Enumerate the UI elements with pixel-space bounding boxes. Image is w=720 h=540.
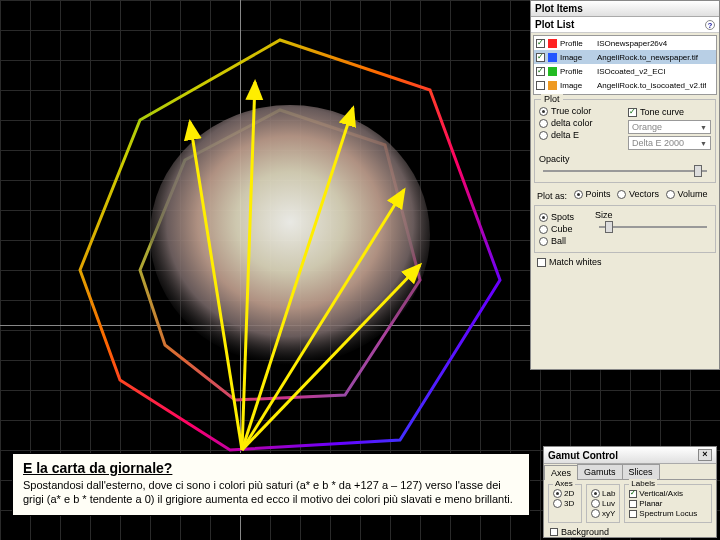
planar-checkbox[interactable]: Planar bbox=[629, 499, 707, 508]
size-slider[interactable] bbox=[599, 226, 707, 228]
label: Spectrum Locus bbox=[639, 509, 697, 518]
deltacolor-radio[interactable]: delta color bbox=[539, 118, 622, 128]
label: Points bbox=[586, 189, 611, 199]
checkbox-icon bbox=[628, 108, 637, 117]
plot-items-titlebar[interactable]: Plot Items bbox=[531, 1, 719, 17]
tab-gamuts[interactable]: Gamuts bbox=[577, 464, 623, 479]
plotas-label: Plot as: bbox=[537, 191, 567, 201]
deltae-radio[interactable]: delta E bbox=[539, 130, 622, 140]
gamut-control-panel: Gamut Control × Axes Gamuts Slices Axes … bbox=[543, 446, 717, 538]
slider-thumb-icon[interactable] bbox=[694, 165, 702, 177]
plot-items-title: Plot Items bbox=[535, 3, 583, 14]
list-item[interactable]: Image AngeliRock.to_newspaper.tif bbox=[534, 50, 716, 64]
radio-icon bbox=[591, 509, 600, 518]
plotas-row: Plot as: Points Vectors Volume bbox=[537, 187, 713, 201]
gamut-title: Gamut Control bbox=[548, 450, 618, 461]
item-type: Profile bbox=[560, 67, 594, 76]
radio-icon bbox=[553, 489, 562, 498]
ball-radio[interactable]: Ball bbox=[539, 236, 589, 246]
cube-radio[interactable]: Cube bbox=[539, 224, 589, 234]
label: Match whites bbox=[549, 257, 602, 267]
radio-icon bbox=[553, 499, 562, 508]
radio-icon bbox=[539, 107, 548, 116]
textbox-body: Spostandosi dall'esterno, dove ci sono i… bbox=[23, 479, 519, 507]
label: Volume bbox=[678, 189, 708, 199]
spectrum-checkbox[interactable]: Spectrum Locus bbox=[629, 509, 707, 518]
checkbox-icon[interactable] bbox=[536, 53, 545, 62]
help-icon[interactable]: ? bbox=[705, 20, 715, 30]
swatch-icon bbox=[548, 53, 557, 62]
label: delta color bbox=[551, 118, 593, 128]
plot-list[interactable]: Profile ISOnewspaper26v4 Image AngeliRoc… bbox=[533, 35, 717, 95]
plotas-volume-radio[interactable]: Volume bbox=[666, 189, 708, 199]
item-name: ISOcoated_v2_ECI bbox=[597, 67, 665, 76]
plot-items-panel: Plot Items Plot List ? Profile ISOnewspa… bbox=[530, 0, 720, 370]
plot-section: Plot True color delta color delta E Tone… bbox=[534, 99, 716, 183]
radio-icon bbox=[539, 237, 548, 246]
slider-thumb-icon[interactable] bbox=[605, 221, 613, 233]
delta-select[interactable]: Delta E 2000▼ bbox=[628, 136, 711, 150]
size-section: Spots Cube Ball Size bbox=[534, 205, 716, 253]
swatch-icon bbox=[548, 81, 557, 90]
radio-icon bbox=[617, 190, 626, 199]
radio-icon bbox=[539, 131, 548, 140]
legend: Labels bbox=[629, 479, 657, 488]
legend: Axes bbox=[553, 479, 575, 488]
list-item[interactable]: Image AngeliRock.to_isocoated_v2.tif bbox=[534, 78, 716, 92]
checkbox-icon bbox=[550, 528, 558, 536]
chevron-down-icon: ▼ bbox=[700, 124, 707, 131]
plotas-vectors-radio[interactable]: Vectors bbox=[617, 189, 659, 199]
item-type: Image bbox=[560, 53, 594, 62]
vertical-checkbox[interactable]: Vertical/Axis bbox=[629, 489, 707, 498]
radio-icon bbox=[539, 213, 548, 222]
plotas-points-radio[interactable]: Points bbox=[574, 189, 611, 199]
cs-lab-radio[interactable]: Lab bbox=[591, 489, 615, 498]
explanation-textbox: E la carta da giornale? Spostandosi dall… bbox=[12, 453, 530, 516]
item-name: ISOnewspaper26v4 bbox=[597, 39, 667, 48]
opacity-slider[interactable] bbox=[543, 170, 707, 172]
label: Vectors bbox=[629, 189, 659, 199]
list-item[interactable]: Profile ISOnewspaper26v4 bbox=[534, 36, 716, 50]
matchwhites-checkbox[interactable]: Match whites bbox=[537, 257, 713, 267]
select-value: Orange bbox=[632, 122, 662, 132]
tone-select[interactable]: Orange▼ bbox=[628, 120, 711, 134]
checkbox-icon[interactable] bbox=[536, 81, 545, 90]
chevron-down-icon: ▼ bbox=[700, 140, 707, 147]
cs-luv-radio[interactable]: Luv bbox=[591, 499, 615, 508]
radio-icon bbox=[539, 119, 548, 128]
radio-icon bbox=[574, 190, 583, 199]
checkbox-icon[interactable] bbox=[536, 39, 545, 48]
cs-xyy-radio[interactable]: xyY bbox=[591, 509, 615, 518]
label: Luv bbox=[602, 499, 615, 508]
item-type: Profile bbox=[560, 39, 594, 48]
truecolor-radio[interactable]: True color bbox=[539, 106, 622, 116]
plot-list-label: Plot List bbox=[535, 19, 574, 30]
close-icon[interactable]: × bbox=[698, 449, 712, 461]
colorspace-group: Lab Luv xyY bbox=[586, 484, 620, 523]
radio-icon bbox=[591, 489, 600, 498]
label: Planar bbox=[639, 499, 662, 508]
tone-checkbox[interactable]: Tone curve bbox=[628, 107, 711, 117]
size-label: Size bbox=[595, 210, 711, 220]
plot-list-header: Plot List ? bbox=[531, 17, 719, 33]
label: Tone curve bbox=[640, 107, 684, 117]
axes-mode-group: Axes 2D 3D bbox=[548, 484, 582, 523]
label: xyY bbox=[602, 509, 615, 518]
label: Ball bbox=[551, 236, 566, 246]
tab-axes[interactable]: Axes bbox=[544, 465, 578, 480]
select-value: Delta E 2000 bbox=[632, 138, 684, 148]
gamut-titlebar[interactable]: Gamut Control × bbox=[544, 447, 716, 464]
tab-slices[interactable]: Slices bbox=[622, 464, 660, 479]
background-checkbox[interactable]: Background bbox=[550, 527, 710, 537]
list-item[interactable]: Profile ISOcoated_v2_ECI bbox=[534, 64, 716, 78]
textbox-heading: E la carta da giornale? bbox=[23, 460, 519, 476]
axes-3d-radio[interactable]: 3D bbox=[553, 499, 577, 508]
label: delta E bbox=[551, 130, 579, 140]
item-name: AngeliRock.to_isocoated_v2.tif bbox=[597, 81, 706, 90]
axes-2d-radio[interactable]: 2D bbox=[553, 489, 577, 498]
swatch-icon bbox=[548, 39, 557, 48]
item-type: Image bbox=[560, 81, 594, 90]
spots-radio[interactable]: Spots bbox=[539, 212, 589, 222]
label: 3D bbox=[564, 499, 574, 508]
checkbox-icon[interactable] bbox=[536, 67, 545, 76]
